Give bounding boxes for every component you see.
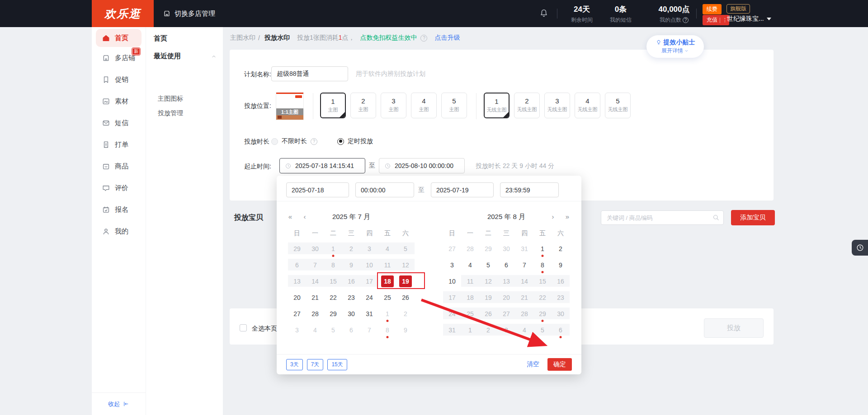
sidebar-item-home[interactable]: 首页 [96,29,142,47]
help-circle-icon[interactable]: ? [311,138,317,145]
day-cell[interactable]: 17 [360,273,378,289]
day-cell[interactable]: 29 [479,241,497,257]
prev-month-icon[interactable]: ‹ [301,210,309,224]
product-search-input[interactable] [601,210,724,225]
picker-end-time-input[interactable] [500,182,559,197]
sidebar-item-chat[interactable]: 评价 [92,177,146,199]
day-cell[interactable]: 28 [306,306,324,322]
month-title[interactable]: 2025 年 7 月 [332,213,370,220]
day-cell[interactable]: 29 [533,306,552,322]
day-cell[interactable]: 11 [461,273,479,289]
position-option-3[interactable]: 3主图 [381,93,406,118]
day-cell[interactable]: 11 [378,257,396,273]
day-cell[interactable]: 2 [396,306,415,322]
day-cell[interactable]: 29 [288,241,306,257]
day-cell[interactable]: 30 [552,306,570,322]
account-menu[interactable]: 世纪缘珠宝... [727,15,771,23]
quick-range-15天[interactable]: 15天 [327,359,347,370]
day-cell[interactable]: 25 [461,306,479,322]
submenu-item[interactable]: 主图图标 [158,95,183,103]
day-cell[interactable]: 15 [324,273,342,289]
header-stat[interactable]: 24天剩余时间 [562,4,601,24]
day-cell[interactable]: 22 [533,289,552,306]
sidebar-item-mail[interactable]: 短信 [92,112,146,134]
day-cell[interactable]: 28 [515,306,533,322]
prev-year-icon[interactable]: « [286,210,294,224]
day-cell[interactable]: 20 [288,289,306,306]
history-widget[interactable] [852,240,868,256]
day-cell[interactable]: 30 [306,241,324,257]
confirm-button[interactable]: 确定 [547,358,572,371]
start-datetime-input[interactable]: 2025-07-18 14:15:41 [279,158,365,173]
day-cell[interactable]: 27 [497,306,515,322]
day-cell[interactable]: 9 [396,322,415,338]
day-cell[interactable]: 3 [288,322,306,338]
position-thumbnail[interactable]: 1:1主图 [276,92,304,120]
day-cell[interactable]: 20 [497,289,515,306]
day-cell[interactable]: 4 [306,322,324,338]
day-cell[interactable]: 10 [443,273,461,289]
day-cell[interactable]: 24 [360,289,378,306]
day-cell[interactable]: 30 [342,306,360,322]
picker-end-date-input[interactable] [431,182,494,197]
day-cell[interactable]: 14 [306,273,324,289]
day-cell[interactable]: 5 [324,322,342,338]
day-cell[interactable]: 6 [342,322,360,338]
sidebar-item-receipt[interactable]: 打单 [92,134,146,155]
day-cell[interactable]: 26 [479,306,497,322]
day-cell[interactable]: 1 [533,241,552,257]
day-cell[interactable]: 12 [396,257,415,273]
collapse-sidebar-button[interactable]: 收起 [92,392,146,415]
plan-name-input[interactable] [271,66,348,81]
header-stat[interactable]: 0条我的短信 [601,4,640,24]
day-cell[interactable]: 7 [515,257,533,273]
submenu-recent-header[interactable]: 最近使用 [154,52,217,61]
renew-button[interactable]: 续费 [703,4,722,14]
upgrade-link[interactable]: 点击升级 [434,34,460,42]
day-cell[interactable]: 15 [533,273,552,289]
day-cell[interactable]: 7 [306,257,324,273]
submenu-item[interactable]: 投放管理 [158,109,183,117]
picker-start-date-input[interactable] [286,182,349,197]
tips-pill[interactable]: 提效小贴士 展开详情 [646,35,704,58]
next-month-icon[interactable]: › [549,210,557,224]
day-cell[interactable]: 2 [552,241,570,257]
day-cell[interactable]: 4 [378,241,396,257]
breadcrumb-parent[interactable]: 主图水印 [230,34,255,42]
day-cell[interactable]: 6 [552,322,570,338]
day-cell[interactable]: 5 [396,241,415,257]
day-cell[interactable]: 23 [342,289,360,306]
picker-start-time-input[interactable] [355,182,414,197]
day-cell[interactable]: 27 [288,306,306,322]
day-cell[interactable]: 29 [324,306,342,322]
position-option-4[interactable]: 4无线主图 [575,93,600,118]
radio-unlimited[interactable] [271,138,278,145]
day-cell[interactable]: 14 [515,273,533,289]
day-cell[interactable]: 24 [443,306,461,322]
position-option-4[interactable]: 4主图 [411,93,437,118]
clear-button[interactable]: 清空 [527,360,539,368]
search-icon[interactable] [712,214,720,221]
day-cell[interactable]: 12 [479,273,497,289]
day-cell[interactable]: 13 [288,273,306,289]
day-cell[interactable]: 9 [342,257,360,273]
day-cell[interactable]: 17 [443,289,461,306]
day-cell[interactable]: 13 [497,273,515,289]
next-year-icon[interactable]: » [563,210,571,224]
day-cell[interactable]: 19 [396,273,415,289]
day-cell[interactable]: 2 [479,322,497,338]
quick-range-3天[interactable]: 3天 [286,359,303,370]
day-cell[interactable]: 1 [324,241,342,257]
day-cell[interactable]: 30 [497,241,515,257]
notification-bell-icon[interactable] [539,8,549,18]
day-cell[interactable]: 8 [533,257,552,273]
position-option-1[interactable]: 1无线主图 [484,93,509,118]
day-cell[interactable]: 1 [378,306,396,322]
day-cell[interactable]: 31 [360,306,378,322]
quick-range-7天[interactable]: 7天 [307,359,324,370]
day-cell[interactable]: 9 [552,257,570,273]
recharge-button[interactable]: 充值 ⋮ [703,15,729,25]
day-cell[interactable]: 6 [288,257,306,273]
sidebar-item-image[interactable]: 素材 [92,90,146,112]
day-cell[interactable]: 3 [497,322,515,338]
